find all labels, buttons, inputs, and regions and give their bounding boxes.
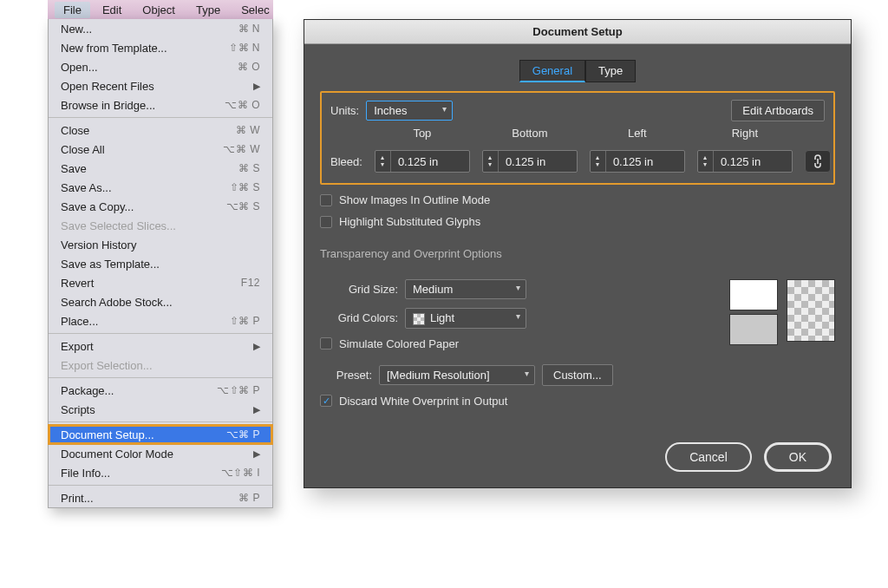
menu-item[interactable]: Save as Template... (49, 254, 272, 273)
menu-item[interactable]: Place...⇧⌘ P (49, 311, 272, 330)
simulate-paper-label: Simulate Colored Paper (339, 337, 459, 350)
menubar-item-type[interactable]: Type (187, 2, 229, 18)
bleed-right-stepper[interactable]: ▴▾ 0.125 in (697, 150, 793, 173)
chevron-down-icon: ▾ (442, 104, 447, 114)
menubar-item-object[interactable]: Object (134, 2, 184, 18)
app-menubar: File Edit Object Type Selec (48, 0, 273, 19)
dialog-title: Document Setup (304, 20, 851, 44)
cancel-button[interactable]: Cancel (665, 442, 752, 472)
bleed-bottom-stepper[interactable]: ▴▾ 0.125 in (482, 150, 578, 173)
menu-separator (49, 421, 272, 422)
menu-separator (49, 377, 272, 378)
menu-item[interactable]: Save a Copy...⌥⌘ S (49, 197, 272, 216)
bleed-label: Bleed: (330, 155, 362, 168)
discard-overprint-checkbox[interactable]: ✓ (320, 395, 332, 407)
menu-item[interactable]: Print...⌘ P (49, 488, 272, 507)
menu-item[interactable]: File Info...⌥⇧⌘ I (49, 463, 272, 482)
menu-item-shortcut: ⌘ W (236, 124, 260, 136)
menu-item[interactable]: Close⌘ W (49, 121, 272, 140)
menu-item-label: Save Selected Slices... (61, 219, 176, 232)
highlight-glyphs-label: Highlight Substituted Glyphs (339, 215, 480, 228)
menu-item-label: File Info... (61, 467, 110, 480)
menu-item-shortcut: ⇧⌘ P (230, 315, 260, 327)
grid-size-select[interactable]: Medium▾ (405, 279, 526, 299)
menubar-item-select[interactable]: Selec (232, 2, 278, 18)
document-setup-dialog: Document Setup General Type Units: Inche… (304, 19, 852, 488)
stepper-arrows-icon[interactable]: ▴▾ (483, 151, 499, 172)
menu-item[interactable]: Version History (49, 235, 272, 254)
highlight-glyphs-checkbox[interactable] (320, 216, 332, 228)
menu-item[interactable]: New...⌘ N (49, 19, 272, 38)
menu-item-shortcut: ⌥⌘ W (223, 143, 260, 155)
stepper-arrows-icon[interactable]: ▴▾ (375, 151, 391, 172)
menubar-item-file[interactable]: File (55, 2, 90, 18)
units-value: Inches (374, 104, 407, 117)
paper-color-swatch-2[interactable] (729, 314, 778, 345)
file-menu: New...⌘ NNew from Template...⇧⌘ NOpen...… (48, 19, 273, 508)
edit-artboards-button[interactable]: Edit Artboards (731, 100, 825, 121)
bleed-left-value: 0.125 in (606, 155, 660, 168)
grid-colors-label: Grid Colors: (320, 311, 398, 324)
paper-color-swatch-1[interactable] (729, 279, 778, 310)
menu-item-shortcut: ⌘ P (238, 492, 260, 504)
menu-item[interactable]: RevertF12 (49, 273, 272, 292)
menu-item[interactable]: Browse in Bridge...⌥⌘ O (49, 95, 272, 114)
menubar-item-edit[interactable]: Edit (94, 2, 130, 18)
menu-item-shortcut: ⌥⌘ O (225, 99, 260, 111)
menu-item-shortcut: ⌥⇧⌘ I (221, 467, 260, 479)
menu-separator (49, 485, 272, 486)
submenu-arrow-icon: ▶ (253, 341, 260, 352)
simulate-paper-checkbox[interactable] (320, 337, 332, 350)
bleed-top-stepper[interactable]: ▴▾ 0.125 in (375, 150, 470, 173)
bleed-col-top: Top (375, 127, 470, 141)
menu-item-label: Package... (61, 384, 114, 397)
stepper-arrows-icon[interactable]: ▴▾ (698, 151, 714, 172)
bleed-left-stepper[interactable]: ▴▾ 0.125 in (590, 150, 685, 173)
show-images-outline-checkbox[interactable] (320, 194, 332, 206)
grid-colors-select[interactable]: Light▾ (405, 308, 526, 329)
menu-separator (49, 117, 272, 118)
preset-select[interactable]: [Medium Resolution]▾ (379, 365, 535, 385)
menu-item-label: Revert (61, 277, 94, 290)
menu-item-label: Close (61, 124, 89, 137)
menu-item[interactable]: Export▶ (49, 336, 272, 356)
units-label: Units: (330, 104, 359, 117)
menu-item[interactable]: Document Color Mode▶ (49, 444, 272, 463)
menu-item-shortcut: ⌥⌘ S (226, 200, 260, 212)
preset-custom-button[interactable]: Custom... (542, 364, 613, 386)
menu-item[interactable]: Document Setup...⌥⌘ P (49, 425, 272, 444)
menu-item-shortcut: F12 (241, 277, 260, 289)
menu-item[interactable]: Scripts▶ (49, 400, 272, 419)
transparency-grid-preview (787, 279, 835, 342)
ok-button[interactable]: OK (764, 442, 832, 472)
menu-item-label: New from Template... (61, 42, 167, 55)
submenu-arrow-icon: ▶ (253, 81, 260, 92)
menu-item[interactable]: New from Template...⇧⌘ N (49, 38, 272, 57)
menu-item-label: Document Color Mode (61, 448, 173, 461)
bleed-top-value: 0.125 in (391, 155, 445, 168)
menu-item[interactable]: Search Adobe Stock... (49, 292, 272, 311)
menu-item-label: Save As... (61, 181, 112, 194)
menu-item-label: Scripts (61, 403, 95, 416)
menu-item[interactable]: Package...⌥⇧⌘ P (49, 381, 272, 400)
tab-general[interactable]: General (519, 60, 585, 82)
bleed-right-value: 0.125 in (714, 155, 767, 168)
menu-item[interactable]: Save As...⇧⌘ S (49, 178, 272, 197)
menu-item-label: Export Selection... (61, 359, 153, 372)
link-bleed-icon[interactable] (805, 150, 831, 173)
menu-item: Export Selection... (49, 356, 272, 375)
units-select[interactable]: Inches ▾ (366, 101, 453, 121)
submenu-arrow-icon: ▶ (253, 404, 260, 415)
menu-item-label: Save as Template... (61, 258, 160, 271)
units-bleed-group: Units: Inches ▾ Edit Artboards Top Botto… (320, 91, 835, 185)
stepper-arrows-icon[interactable]: ▴▾ (591, 151, 606, 172)
submenu-arrow-icon: ▶ (253, 448, 260, 460)
menu-item[interactable]: Close All⌥⌘ W (49, 140, 272, 159)
tab-type[interactable]: Type (585, 60, 636, 82)
menu-item[interactable]: Open Recent Files▶ (49, 76, 272, 95)
menu-item-label: Search Adobe Stock... (61, 296, 173, 309)
menu-item[interactable]: Open...⌘ O (49, 57, 272, 76)
checker-icon (413, 313, 425, 325)
menu-item[interactable]: Save⌘ S (49, 159, 272, 178)
menu-item-shortcut: ⌘ O (238, 61, 260, 73)
